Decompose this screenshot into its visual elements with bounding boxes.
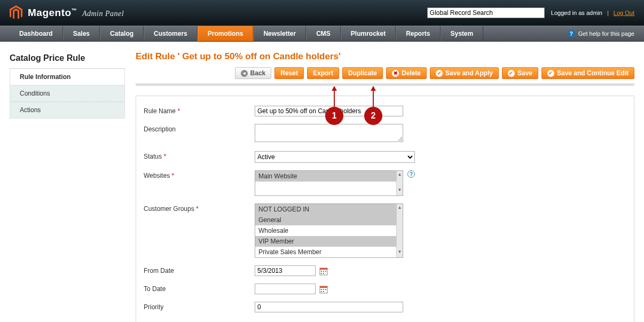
- nav-item-sales[interactable]: Sales: [63, 26, 100, 41]
- status-label: Status *: [144, 151, 255, 160]
- svg-rect-5: [321, 273, 322, 274]
- svg-rect-3: [323, 271, 324, 272]
- from-date-label: From Date: [144, 265, 255, 274]
- customer-groups-label: Customer Groups *: [144, 203, 255, 213]
- back-button[interactable]: ◄ Back: [235, 67, 272, 79]
- priority-input[interactable]: [255, 302, 403, 312]
- admin-header: Magento™ Admin Panel Logged in as admin …: [0, 0, 644, 26]
- customer-group-option[interactable]: VIP Member: [255, 236, 396, 247]
- check-icon: ✔: [436, 70, 443, 77]
- logout-link[interactable]: Log Out: [614, 10, 634, 16]
- global-search-input[interactable]: [427, 7, 545, 18]
- main-content: Edit Rule ' Get up to 50% off on Candle …: [136, 51, 634, 322]
- websites-multiselect[interactable]: Main Website ▲▼: [255, 170, 403, 196]
- customer-group-option[interactable]: General: [255, 215, 396, 225]
- action-toolbar: ◄ Back Reset Export Duplicate ✖ Delete ✔…: [136, 67, 634, 86]
- from-date-input[interactable]: [255, 265, 316, 276]
- customer-group-option[interactable]: NOT LOGGED IN: [255, 204, 396, 215]
- save-button[interactable]: ✔ Save: [502, 67, 538, 79]
- help-icon: ?: [568, 30, 575, 37]
- svg-rect-8: [320, 286, 327, 288]
- nav-item-newsletter[interactable]: Newsletter: [253, 26, 306, 41]
- priority-label: Priority: [144, 302, 255, 311]
- calendar-icon[interactable]: [319, 267, 328, 276]
- websites-label: Websites *: [144, 170, 255, 179]
- svg-rect-12: [321, 291, 322, 292]
- status-select[interactable]: Active: [255, 151, 415, 163]
- customer-groups-multiselect[interactable]: NOT LOGGED INGeneralWholesaleVIP MemberP…: [255, 203, 403, 258]
- back-icon: ◄: [241, 70, 248, 77]
- svg-rect-9: [321, 289, 322, 290]
- main-nav: DashboardSalesCatalogCustomersPromotions…: [0, 26, 644, 42]
- nav-item-promotions[interactable]: Promotions: [198, 26, 254, 41]
- brand-name: Magento™ Admin Panel: [28, 7, 124, 19]
- logo: Magento™ Admin Panel: [10, 5, 124, 20]
- sidebar-item-conditions[interactable]: Conditions: [10, 85, 124, 102]
- help-icon[interactable]: ?: [407, 170, 415, 178]
- svg-rect-2: [321, 271, 322, 272]
- save-continue-button[interactable]: ✔ Save and Continue Edit: [541, 67, 634, 79]
- website-option[interactable]: Main Website: [255, 171, 396, 182]
- svg-rect-6: [323, 273, 324, 274]
- save-apply-button[interactable]: ✔ Save and Apply: [430, 67, 499, 79]
- calendar-icon[interactable]: [319, 285, 328, 294]
- rule-form: Rule Name * Description Status * Active …: [136, 96, 634, 322]
- nav-item-plumrocket[interactable]: Plumrocket: [341, 26, 396, 41]
- svg-rect-1: [320, 268, 327, 270]
- customer-group-option[interactable]: Private Sales Member: [255, 247, 396, 257]
- customer-group-option[interactable]: Wholesale: [255, 225, 396, 236]
- svg-rect-13: [323, 291, 324, 292]
- nav-help-link[interactable]: ?Get help for this page: [568, 26, 644, 41]
- delete-button[interactable]: ✖ Delete: [386, 67, 427, 79]
- page-title: Edit Rule ' Get up to 50% off on Candle …: [136, 51, 634, 62]
- nav-item-customers[interactable]: Customers: [144, 26, 198, 41]
- check-icon: ✔: [547, 70, 554, 77]
- svg-rect-4: [325, 271, 326, 272]
- magento-logo-icon: [10, 5, 22, 20]
- svg-rect-10: [323, 289, 324, 290]
- description-label: Description: [144, 124, 255, 133]
- nav-item-catalog[interactable]: Catalog: [100, 26, 144, 41]
- check-icon: ✔: [508, 70, 515, 77]
- login-status: Logged in as admin | Log Out: [551, 10, 634, 16]
- sidebar: Catalog Price Rule Rule InformationCondi…: [10, 51, 125, 119]
- reset-button[interactable]: Reset: [274, 67, 304, 79]
- nav-item-system[interactable]: System: [441, 26, 484, 41]
- svg-rect-11: [325, 289, 326, 290]
- sidebar-title: Catalog Price Rule: [10, 51, 125, 69]
- to-date-input[interactable]: [255, 284, 316, 294]
- duplicate-button[interactable]: Duplicate: [342, 67, 383, 79]
- delete-icon: ✖: [392, 70, 399, 77]
- nav-item-cms[interactable]: CMS: [306, 26, 341, 41]
- nav-item-reports[interactable]: Reports: [396, 26, 440, 41]
- description-textarea[interactable]: [255, 124, 403, 142]
- nav-item-dashboard[interactable]: Dashboard: [10, 26, 63, 41]
- sidebar-item-rule-information[interactable]: Rule Information: [10, 69, 124, 85]
- sidebar-item-actions[interactable]: Actions: [10, 102, 124, 118]
- export-button[interactable]: Export: [307, 67, 339, 79]
- rule-name-input[interactable]: [255, 106, 403, 116]
- to-date-label: To Date: [144, 284, 255, 293]
- rule-name-label: Rule Name *: [144, 106, 255, 115]
